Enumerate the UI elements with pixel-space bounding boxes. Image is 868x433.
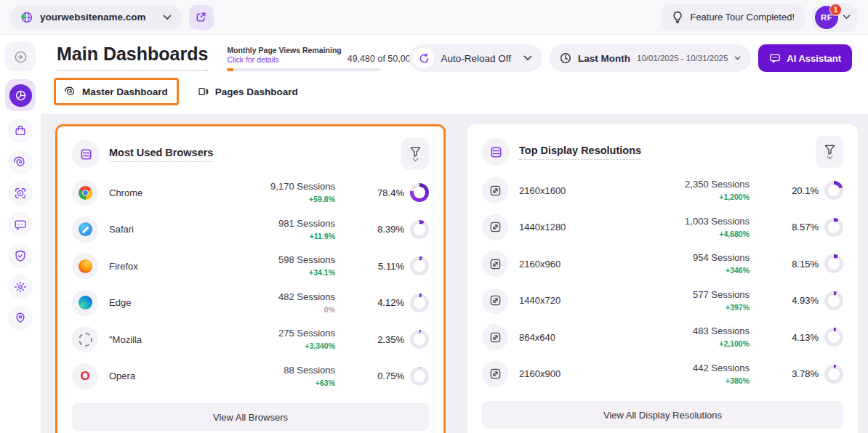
- ai-assistant-button[interactable]: AI Assistant: [758, 44, 852, 72]
- annotation-box-browsers: Most Used Browsers: [55, 124, 446, 433]
- target-icon: [8, 181, 33, 206]
- table-row[interactable]: 1440x1280 1,003 Sessions+4,680% 8.57%: [482, 209, 843, 246]
- table-row[interactable]: Chrome 9,170 Sessions+59.8% 78.4%: [72, 174, 429, 211]
- feature-tour-status[interactable]: Feature Tour Completed!: [662, 4, 805, 31]
- table-row[interactable]: 1440x720 577 Sessions+397% 4.93%: [482, 283, 843, 320]
- date-range-picker[interactable]: Last Month 10/01/2025 - 10/31/2025: [550, 44, 751, 72]
- notification-badge: 1: [829, 4, 842, 16]
- tab-master-dashboard[interactable]: Master Dashboard: [54, 78, 179, 105]
- percent-value: 8.39%: [377, 224, 404, 235]
- usage-details-link[interactable]: Click for details: [227, 55, 341, 65]
- percent-value: 2.35%: [377, 334, 404, 345]
- table-row[interactable]: 2160x1600 2,350 Sessions+1,200% 20.1%: [482, 172, 843, 209]
- change-value: +59.8%: [204, 194, 335, 205]
- browser-name: Safari: [109, 224, 195, 235]
- table-row[interactable]: Edge 482 Sessions0% 4.12%: [72, 285, 429, 322]
- donut-chart: [410, 367, 429, 386]
- donut-chart: [410, 330, 429, 349]
- percent-value: 78.4%: [377, 187, 404, 198]
- website-name: yourwebsitename.com: [40, 12, 146, 23]
- ai-assistant-label: AI Assistant: [787, 53, 841, 64]
- resolution-expand-icon: [482, 324, 508, 350]
- bag-icon: [8, 118, 33, 143]
- dashboard-tabs: Master Dashboard Pages Dashboard: [41, 72, 868, 114]
- percent-value: 0.75%: [377, 371, 404, 381]
- change-value: +34.1%: [204, 267, 335, 278]
- dashboard-pie-icon: [9, 84, 32, 107]
- chevron-down-icon: [412, 158, 419, 162]
- location-pin-icon: [8, 306, 33, 331]
- open-website-button[interactable]: [189, 5, 214, 30]
- table-row[interactable]: O Opera 88 Sessions+63% 0.75%: [72, 358, 429, 395]
- donut-chart: [824, 291, 843, 310]
- page-title: Main Dashboards: [57, 44, 208, 71]
- main-area: Main Dashboards Monthly Page Views Remai…: [41, 35, 868, 433]
- user-menu[interactable]: RF 1: [812, 3, 858, 32]
- browser-name: Firefox: [109, 261, 195, 272]
- sidebar-item-dashboards[interactable]: [5, 79, 36, 111]
- change-value: +3,340%: [204, 341, 335, 352]
- table-row[interactable]: Firefox 598 Sessions+34.1% 5.11%: [72, 248, 429, 285]
- firefox-icon: [72, 253, 98, 279]
- topbar: yourwebsitename.com Feature Tour Complet…: [0, 0, 868, 35]
- resolution-expand-icon: [482, 214, 508, 240]
- spiral-icon: [65, 86, 76, 97]
- sessions-value: 483 Sessions: [619, 325, 750, 339]
- view-all-browsers-button[interactable]: View All Browsers: [72, 403, 429, 431]
- gear-icon: [8, 275, 33, 299]
- percent-value: 4.13%: [792, 332, 819, 343]
- chevron-down-icon: [734, 56, 741, 60]
- filter-button[interactable]: [816, 136, 843, 168]
- view-all-resolutions-button[interactable]: View All Display Resolutions: [482, 401, 843, 429]
- chevron-down-icon: [523, 55, 532, 61]
- table-row[interactable]: "Mozilla 275 Sessions+3,340% 2.35%: [72, 321, 429, 358]
- sidebar-item-behaviour[interactable]: [5, 147, 36, 177]
- sessions-value: 1,003 Sessions: [619, 215, 750, 229]
- table-row[interactable]: 2160x960 954 Sessions+346% 8.15%: [482, 246, 843, 283]
- sidebar-collapse-button[interactable]: [5, 42, 36, 71]
- table-row[interactable]: 864x640 483 Sessions+2,100% 4.13%: [482, 319, 843, 356]
- lightbulb-icon: [672, 11, 683, 24]
- resolution-name: 2160x900: [519, 368, 609, 379]
- sidebar-item-location[interactable]: [5, 304, 36, 333]
- change-value: +346%: [619, 265, 750, 276]
- sessions-value: 598 Sessions: [204, 254, 335, 267]
- tab-pages-dashboard[interactable]: Pages Dashboard: [189, 80, 307, 103]
- change-value: +63%: [204, 378, 335, 389]
- sessions-value: 981 Sessions: [204, 217, 335, 231]
- browser-name: Edge: [109, 297, 195, 308]
- sidebar-item-ecommerce[interactable]: [5, 116, 36, 145]
- sessions-value: 442 Sessions: [619, 362, 750, 376]
- filter-button[interactable]: [401, 138, 429, 170]
- donut-chart: [410, 256, 429, 275]
- collapse-arrow-icon: [14, 50, 28, 64]
- percent-value: 4.12%: [377, 297, 404, 308]
- card-title: Most Used Browsers: [109, 147, 213, 162]
- sidebar-item-settings[interactable]: [5, 272, 36, 302]
- donut-chart: [410, 294, 429, 312]
- opera-icon: O: [72, 363, 98, 389]
- table-row[interactable]: Safari 981 Sessions+11.9% 8.39%: [72, 211, 429, 248]
- change-value: +397%: [619, 302, 750, 313]
- resolution-expand-icon: [482, 177, 508, 203]
- sidebar-item-feedback[interactable]: [5, 210, 36, 239]
- sidebar-item-session-recordings[interactable]: [5, 179, 36, 208]
- refresh-icon: [414, 48, 434, 68]
- chevron-down-icon: [843, 15, 851, 20]
- resolution-name: 1440x1280: [519, 222, 609, 232]
- resolution-name: 2160x1600: [519, 185, 609, 196]
- page-views-usage: Monthly Page Views Remaining Click for d…: [227, 46, 381, 71]
- sidebar: [0, 35, 41, 433]
- period-label: Last Month: [578, 53, 630, 64]
- website-selector[interactable]: yourwebsitename.com: [10, 5, 182, 30]
- auto-reload-dropdown[interactable]: Auto-Reload Off: [409, 44, 542, 72]
- resolutions-card-icon: [482, 138, 510, 166]
- percent-value: 8.57%: [792, 222, 819, 232]
- chevron-down-icon: [163, 15, 172, 20]
- percent-value: 4.93%: [792, 295, 819, 306]
- sidebar-item-privacy[interactable]: [5, 241, 36, 270]
- usage-progress-bar: [227, 68, 381, 71]
- donut-chart: [824, 218, 843, 237]
- table-row[interactable]: 2160x900 442 Sessions+380% 3.78%: [482, 356, 843, 393]
- resolution-expand-icon: [482, 361, 508, 387]
